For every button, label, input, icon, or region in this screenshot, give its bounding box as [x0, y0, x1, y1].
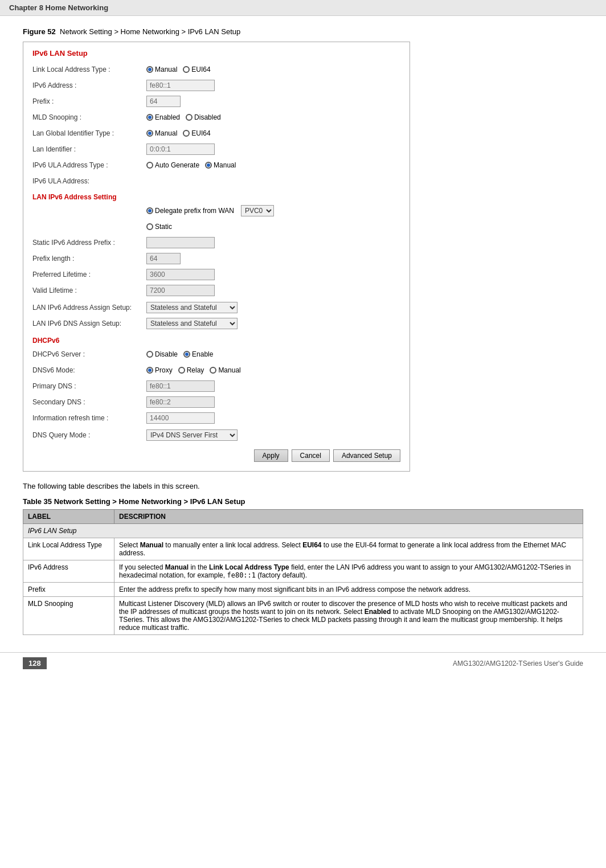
static-ipv6-prefix-row: Static IPv6 Address Prefix :: [32, 236, 400, 249]
prefix-label: Prefix :: [32, 97, 146, 105]
lan-ipv6-address-assign-control: Stateless and Stateful: [146, 302, 400, 313]
static-row: Static: [32, 220, 400, 233]
link-local-address-type-row: Link Local Address Type : Manual EUI64: [32, 63, 400, 76]
prefix-input[interactable]: [146, 96, 181, 107]
link-local-manual-radio[interactable]: Manual: [146, 65, 177, 73]
dnsv6-manual-radio[interactable]: Manual: [210, 366, 240, 374]
secondary-dns-row: Secondary DNS :: [32, 396, 400, 408]
description-table: LABEL DESCRIPTION IPv6 LAN Setup Link Lo…: [23, 509, 583, 635]
preferred-lifetime-row: Preferred Lifetime :: [32, 268, 400, 281]
prefix-control: [146, 96, 400, 107]
mld-enabled-radio[interactable]: Enabled: [146, 113, 180, 121]
preferred-lifetime-label: Preferred Lifetime :: [32, 271, 146, 279]
link-local-address-type-control: Manual EUI64: [146, 65, 400, 73]
ipv6-lan-setup-panel: IPv6 LAN Setup Link Local Address Type :…: [23, 42, 410, 472]
primary-dns-row: Primary DNS :: [32, 380, 400, 392]
table-row-desc: Multicast Listener Discovery (MLD) allow…: [114, 597, 583, 635]
lan-global-id-type-control: Manual EUI64: [146, 129, 400, 137]
static-ipv6-prefix-label: Static IPv6 Address Prefix :: [32, 239, 146, 247]
prefix-length-input[interactable]: [146, 253, 181, 264]
table-caption: Table 35 Network Setting > Home Networki…: [23, 497, 583, 506]
lan-ipv6-address-assign-select[interactable]: Stateless and Stateful: [146, 302, 238, 313]
figure-label: Figure 52: [23, 27, 56, 36]
static-radio[interactable]: Static: [146, 223, 172, 231]
lan-ipv6-dns-assign-label: LAN IPv6 DNS Assign Setup:: [32, 320, 146, 327]
primary-dns-control: [146, 380, 400, 392]
dhcpv6-disable-dot: [146, 351, 153, 358]
page-number: 128: [23, 657, 47, 669]
lan-identifier-row: Lan Identifier :: [32, 143, 400, 155]
table-row-label: IPv6 Address: [23, 560, 114, 583]
valid-lifetime-input[interactable]: [146, 285, 215, 296]
static-ipv6-prefix-input[interactable]: [146, 237, 215, 248]
dnsv6-relay-radio[interactable]: Relay: [178, 366, 204, 374]
chapter-title: Chapter 8 Home Networking: [9, 3, 108, 12]
table-row: Link Local Address Type Select Manual to…: [23, 538, 583, 560]
ipv6-ula-address-label: IPv6 ULA Address:: [32, 177, 146, 185]
dnsv6-mode-label: DNSv6 Mode:: [32, 366, 146, 374]
form-buttons: Apply Cancel Advanced Setup: [32, 449, 400, 462]
valid-lifetime-row: Valid Lifetime :: [32, 284, 400, 297]
cancel-button[interactable]: Cancel: [292, 449, 330, 462]
ipv6-address-input[interactable]: [146, 80, 215, 91]
lan-ipv6-dns-assign-select[interactable]: Stateless and Stateful: [146, 318, 238, 329]
primary-dns-label: Primary DNS :: [32, 382, 146, 390]
primary-dns-input[interactable]: [146, 380, 215, 392]
mld-snooping-label: MLD Snooping :: [32, 113, 146, 121]
ipv6-ula-type-row: IPv6 ULA Address Type : Auto Generate Ma…: [32, 159, 400, 171]
table-row-desc: Select Manual to manually enter a link l…: [114, 538, 583, 560]
table-row-desc: Enter the address prefix to specify how …: [114, 583, 583, 597]
valid-lifetime-control: [146, 285, 400, 296]
lan-global-eui64-dot: [183, 130, 190, 137]
delegate-prefix-control: Delegate prefix from WAN PVC0: [146, 205, 400, 216]
delegate-prefix-dot: [146, 207, 153, 214]
lan-ipv6-dns-assign-row: LAN IPv6 DNS Assign Setup: Stateless and…: [32, 317, 400, 330]
info-refresh-input[interactable]: [146, 412, 215, 424]
prefix-row: Prefix :: [32, 95, 400, 108]
dnsv6-mode-control: Proxy Relay Manual: [146, 366, 400, 374]
table-row: MLD Snooping Multicast Listener Discover…: [23, 597, 583, 635]
preferred-lifetime-input[interactable]: [146, 269, 215, 280]
dnsv6-proxy-radio[interactable]: Proxy: [146, 366, 173, 374]
link-local-address-type-label: Link Local Address Type :: [32, 65, 146, 73]
ipv6-ula-type-control: Auto Generate Manual: [146, 161, 400, 169]
lan-identifier-input[interactable]: [146, 144, 215, 155]
intro-text: The following table describes the labels…: [23, 482, 583, 490]
ipv6-address-row: IPv6 Address :: [32, 79, 400, 92]
dhcpv6-disable-radio[interactable]: Disable: [146, 350, 178, 358]
secondary-dns-input[interactable]: [146, 396, 215, 408]
delegate-prefix-radio[interactable]: Delegate prefix from WAN: [146, 207, 234, 215]
link-local-eui64-dot: [183, 66, 190, 73]
secondary-dns-control: [146, 396, 400, 408]
lan-global-eui64-radio[interactable]: EUI64: [183, 129, 210, 137]
table-section-label: IPv6 LAN Setup: [23, 524, 583, 538]
pvc-select[interactable]: PVC0: [241, 205, 274, 216]
link-local-eui64-radio[interactable]: EUI64: [183, 65, 210, 73]
dns-query-mode-row: DNS Query Mode : IPv4 DNS Server First: [32, 429, 400, 441]
static-dot: [146, 223, 153, 230]
dhcpv6-title: DHCPv6: [32, 337, 400, 345]
table-row-label: Link Local Address Type: [23, 538, 114, 560]
link-local-manual-dot: [146, 66, 153, 73]
info-refresh-label: Information refresh time :: [32, 414, 146, 422]
dhcpv6-enable-radio[interactable]: Enable: [183, 350, 213, 358]
dns-query-mode-select[interactable]: IPv4 DNS Server First: [146, 429, 238, 441]
mld-disabled-radio[interactable]: Disabled: [186, 113, 221, 121]
lan-ipv6-address-assign-row: LAN IPv6 Address Assign Setup: Stateless…: [32, 301, 400, 314]
table-row: Prefix Enter the address prefix to speci…: [23, 583, 583, 597]
mld-snooping-control: Enabled Disabled: [146, 113, 400, 121]
dhcpv6-server-label: DHCPv6 Server :: [32, 350, 146, 358]
dnsv6-mode-row: DNSv6 Mode: Proxy Relay Manual: [32, 364, 400, 376]
lan-ipv6-address-assign-label: LAN IPv6 Address Assign Setup:: [32, 304, 146, 312]
mld-enabled-dot: [146, 114, 153, 121]
advanced-setup-button[interactable]: Advanced Setup: [333, 449, 400, 462]
figure-caption-text: Network Setting > Home Networking > IPv6…: [58, 27, 240, 36]
lan-global-manual-radio[interactable]: Manual: [146, 129, 177, 137]
apply-button[interactable]: Apply: [254, 449, 288, 462]
preferred-lifetime-control: [146, 269, 400, 280]
ula-manual-radio[interactable]: Manual: [205, 161, 236, 169]
info-refresh-control: [146, 412, 400, 424]
ula-auto-radio[interactable]: Auto Generate: [146, 161, 199, 169]
valid-lifetime-label: Valid Lifetime :: [32, 286, 146, 294]
ipv6-ula-type-label: IPv6 ULA Address Type :: [32, 161, 146, 169]
